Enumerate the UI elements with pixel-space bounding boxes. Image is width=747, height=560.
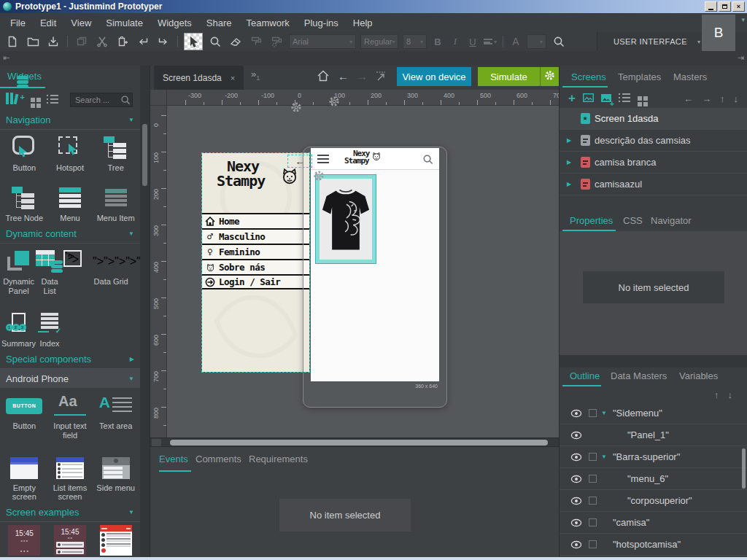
- screen-row-screen-1dasda[interactable]: ★Screen 1dasda: [560, 108, 747, 130]
- list-view-icon[interactable]: [619, 92, 630, 105]
- share-preview-icon[interactable]: [375, 70, 387, 85]
- tab-masters[interactable]: Masters: [673, 71, 707, 82]
- open-icon[interactable]: [25, 34, 41, 50]
- zoom-tool-icon[interactable]: [207, 34, 223, 50]
- bold-button[interactable]: B: [431, 36, 444, 47]
- widget-item-text-area[interactable]: AText area: [93, 394, 139, 440]
- chevron-down-icon[interactable]: ▾: [741, 16, 745, 23]
- eye-icon[interactable]: [570, 475, 589, 483]
- caret-right-icon[interactable]: ▶: [567, 137, 577, 144]
- outline-row-hotspotcamisa[interactable]: "hotspotcamisa": [560, 534, 747, 556]
- move-up-icon[interactable]: ↑: [714, 389, 719, 400]
- move-down-icon[interactable]: ↓: [734, 93, 739, 104]
- caret-down-icon[interactable]: ▼: [601, 410, 613, 416]
- eye-icon[interactable]: [570, 409, 589, 418]
- forward-icon[interactable]: →: [357, 70, 368, 82]
- sidemenu-item-sobre-n-s[interactable]: Sobre nás: [202, 259, 309, 274]
- widget-item-list-items-screen[interactable]: List items screen: [47, 456, 93, 502]
- font-size-select[interactable]: 8 ▾: [403, 34, 427, 49]
- view-on-device-button[interactable]: View on device: [397, 67, 471, 86]
- section-header-navigation[interactable]: Navigation▼: [0, 111, 140, 130]
- gear-icon[interactable]: [328, 96, 340, 110]
- collapse-left-panel-icon[interactable]: ⇤: [3, 53, 9, 63]
- widget-item-input-text-field[interactable]: AaInput text field: [47, 394, 93, 440]
- menu-item-teamwork[interactable]: Teamwork: [239, 18, 297, 28]
- widget-item-data-list[interactable]: Data List: [36, 249, 63, 295]
- widget-item-button[interactable]: BUTTONButton: [1, 394, 47, 440]
- menu-item-help[interactable]: Help: [346, 18, 380, 28]
- save-icon[interactable]: [45, 34, 61, 50]
- widget-item-hotspot[interactable]: Hotspot: [47, 136, 93, 173]
- widget-item-menu[interactable]: Menu: [47, 186, 93, 223]
- widget-item-mail-screen-example-icon[interactable]: [93, 528, 139, 553]
- close-button[interactable]: ×: [732, 1, 745, 12]
- menu-item-edit[interactable]: Edit: [33, 18, 63, 28]
- tab-screens[interactable]: Screens: [571, 71, 606, 82]
- outline-row-barra-superior[interactable]: ▼"Barra-superior": [560, 446, 747, 468]
- widget-item-button[interactable]: Button: [1, 136, 47, 173]
- outline-scrollbar[interactable]: [742, 448, 746, 489]
- scrollbar-thumb[interactable]: [170, 440, 548, 446]
- search-icon[interactable]: [551, 34, 567, 50]
- widget-item-lock-screen-notifications-example-icon[interactable]: 15:45■ ■: [47, 528, 93, 553]
- minimize-button[interactable]: [705, 1, 717, 12]
- caret-right-icon[interactable]: ▶: [567, 159, 577, 166]
- format-painter-settings-icon[interactable]: [268, 34, 285, 50]
- widget-item-tree-node[interactable]: Tree Node: [1, 186, 47, 223]
- simulate-button[interactable]: Simulate: [478, 67, 540, 86]
- menu-item-widgets[interactable]: Widgets: [150, 18, 199, 28]
- scrollbar-thumb[interactable]: [142, 124, 147, 186]
- duplicate-icon[interactable]: [74, 34, 90, 50]
- grid-view-icon[interactable]: [638, 90, 648, 106]
- menu-item-share[interactable]: Share: [199, 18, 239, 28]
- simulate-settings-button[interactable]: [540, 67, 559, 86]
- screen-row-camisaazul[interactable]: ▶camisaazul: [560, 174, 747, 195]
- workspace-select[interactable]: USER INTERFACE ▾: [605, 37, 700, 46]
- outline-checkbox[interactable]: [589, 475, 597, 483]
- section-header-android[interactable]: Android Phone▼: [0, 369, 140, 388]
- canvas-horizontal-scrollbar[interactable]: [150, 438, 559, 446]
- menu-item-view[interactable]: View: [63, 18, 98, 28]
- move-up-icon[interactable]: ↑: [720, 93, 725, 104]
- search-icon[interactable]: [422, 154, 433, 168]
- widget-item-menu-item[interactable]: Menu Item: [93, 186, 139, 223]
- eye-icon[interactable]: [570, 518, 589, 527]
- sidemenu-item-masculino[interactable]: ♂Masculino: [202, 228, 309, 244]
- tab-templates[interactable]: Templates: [618, 71, 661, 82]
- tab-events[interactable]: Events: [159, 454, 188, 464]
- color-select[interactable]: ▾: [527, 34, 546, 49]
- add-screen-button[interactable]: +: [568, 93, 576, 104]
- outline-row-camisa[interactable]: "camisa": [560, 512, 747, 534]
- grid-view-icon[interactable]: [31, 92, 41, 108]
- eye-icon[interactable]: [570, 431, 589, 440]
- tab-css[interactable]: CSS: [623, 215, 643, 226]
- cut-icon[interactable]: [94, 34, 110, 50]
- section-header-examples[interactable]: Screen examples▼: [0, 503, 140, 522]
- font-style-select[interactable]: Regular ▾: [360, 34, 398, 49]
- widget-item-side-menu[interactable]: Side menu: [93, 456, 139, 502]
- user-avatar[interactable]: B: [702, 15, 735, 51]
- undo-icon[interactable]: [135, 34, 151, 50]
- widget-item-dynamic-panel[interactable]: Dynamic Panel: [1, 249, 36, 295]
- sidemenu-master[interactable]: Nexy Stampy Home♂Masculino♀FemininoSobre…: [202, 153, 309, 372]
- eraser-tool-icon[interactable]: [228, 34, 244, 50]
- widget-item-empty-screen[interactable]: Empty screen: [1, 456, 47, 502]
- format-painter-icon[interactable]: [248, 34, 264, 50]
- outline-checkbox[interactable]: [589, 409, 597, 417]
- home-icon[interactable]: [317, 70, 330, 85]
- outline-row-corposuperior[interactable]: "corposuperior": [560, 490, 747, 512]
- outline-checkbox[interactable]: [589, 540, 597, 548]
- selected-back-arrow-widget[interactable]: ←: [287, 155, 312, 168]
- tshirt-image-widget[interactable]: [315, 174, 376, 264]
- caret-down-icon[interactable]: ▼: [601, 454, 613, 460]
- back-icon[interactable]: ←: [338, 70, 349, 82]
- eye-icon[interactable]: [570, 497, 589, 505]
- section-header-dynamic[interactable]: Dynamic content▼: [0, 225, 140, 244]
- outline-checkbox[interactable]: [589, 518, 597, 526]
- outline-checkbox[interactable]: [589, 453, 597, 461]
- collapse-right-panel-icon[interactable]: ⇥: [738, 53, 744, 63]
- outline-row-sidemenu[interactable]: ▼"Sidemenu": [560, 402, 747, 424]
- screen-row-descri-o-das-camsias[interactable]: ▶descrição das camsias: [560, 130, 747, 152]
- screen-row-camisa-branca[interactable]: ▶camisa branca: [560, 152, 747, 174]
- tab-screen-1dasda[interactable]: Screen 1dasda ×: [154, 66, 244, 90]
